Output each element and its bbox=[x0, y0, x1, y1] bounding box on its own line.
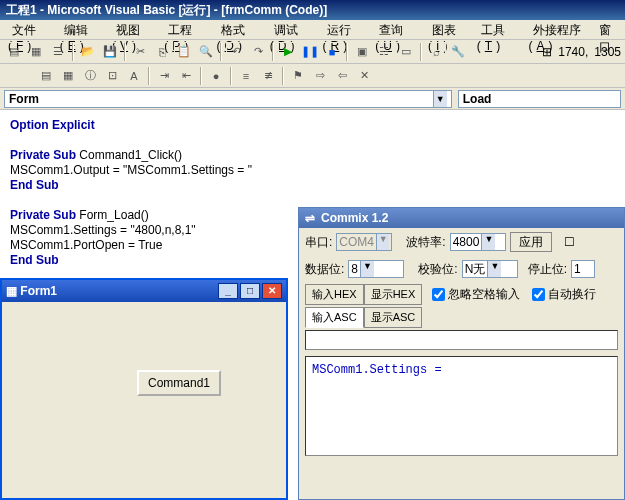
menu-edit[interactable]: 编辑(E) bbox=[56, 22, 106, 37]
menu-file[interactable]: 文件(F) bbox=[4, 22, 54, 37]
menu-project[interactable]: 工程(P) bbox=[160, 22, 210, 37]
end-icon[interactable]: ■ bbox=[322, 42, 342, 62]
apply-button[interactable]: 应用 bbox=[510, 232, 552, 252]
menu-bar: 文件(F) 编辑(E) 视图(V) 工程(P) 格式(O) 调试(D) 运行(R… bbox=[0, 20, 625, 40]
additem-icon[interactable]: ▦ bbox=[26, 42, 46, 62]
object-combo[interactable]: Form ▼ bbox=[4, 90, 452, 108]
baud-combo[interactable]: 4800 ▼ bbox=[450, 233, 506, 251]
paste-icon[interactable]: 📋 bbox=[174, 42, 194, 62]
copy-icon[interactable]: ⎘ bbox=[152, 42, 172, 62]
form-layout-icon[interactable]: ▭ bbox=[396, 42, 416, 62]
terminal-output[interactable]: MSComm1.Settings = bbox=[305, 356, 618, 456]
code-nav-row: Form ▼ Load bbox=[0, 88, 625, 110]
toolbox-icon[interactable]: 🔧 bbox=[448, 42, 468, 62]
next-bookmark-icon[interactable]: ⇨ bbox=[310, 66, 330, 86]
baud-value: 4800 bbox=[453, 235, 480, 249]
find-icon[interactable]: 🔍 bbox=[196, 42, 216, 62]
menu-view[interactable]: 视图(V) bbox=[108, 22, 158, 37]
object-browser-icon[interactable]: ⌕ bbox=[426, 42, 446, 62]
commix-titlebar[interactable]: ⇌ Commix 1.2 bbox=[299, 208, 624, 228]
parameter-info-icon[interactable]: ⊡ bbox=[102, 66, 122, 86]
input-area[interactable] bbox=[305, 330, 618, 350]
chevron-down-icon: ▼ bbox=[481, 234, 495, 250]
databits-label: 数据位: bbox=[305, 261, 344, 278]
edit-toolbar: ▤ ▦ ⓘ ⊡ A ⇥ ⇤ ● ≡ ≢ ⚑ ⇨ ⇦ ✕ bbox=[0, 64, 625, 88]
addproject-icon[interactable]: ▤ bbox=[4, 42, 24, 62]
outdent-icon[interactable]: ⇤ bbox=[176, 66, 196, 86]
command1-button[interactable]: Command1 bbox=[137, 370, 221, 396]
menu-debug[interactable]: 调试(D) bbox=[266, 22, 317, 37]
tab-display-asc[interactable]: 显示ASC bbox=[364, 307, 423, 328]
uncomment-icon[interactable]: ≢ bbox=[258, 66, 278, 86]
menu-query[interactable]: 查询(U) bbox=[371, 22, 422, 37]
form1-titlebar[interactable]: ▦ Form1 _ □ ✕ bbox=[2, 280, 286, 302]
procedure-combo[interactable]: Load bbox=[458, 90, 621, 108]
tab-input-hex[interactable]: 输入HEX bbox=[305, 284, 364, 305]
bookmark-icon[interactable]: ⚑ bbox=[288, 66, 308, 86]
close-button[interactable]: ✕ bbox=[262, 283, 282, 299]
comment-icon[interactable]: ≡ bbox=[236, 66, 256, 86]
list-constants-icon[interactable]: ▦ bbox=[58, 66, 78, 86]
properties-icon[interactable]: ☷ bbox=[374, 42, 394, 62]
ignore-space-checkbox[interactable]: 忽略空格输入 bbox=[432, 286, 520, 303]
code-line: End Sub bbox=[10, 253, 59, 267]
serial-icon: ⇌ bbox=[305, 211, 315, 225]
prev-bookmark-icon[interactable]: ⇦ bbox=[332, 66, 352, 86]
menu-addins[interactable]: 外接程序(A) bbox=[525, 22, 593, 37]
chevron-down-icon: ▼ bbox=[487, 261, 501, 277]
port-combo[interactable]: COM4 ▼ bbox=[336, 233, 392, 251]
breakpoint-icon[interactable]: ● bbox=[206, 66, 226, 86]
menu-run[interactable]: 运行(R) bbox=[319, 22, 370, 37]
separator bbox=[220, 43, 222, 61]
checkbox-partial[interactable]: ☐ bbox=[564, 235, 575, 249]
databits-value: 8 bbox=[351, 262, 358, 276]
undo-icon[interactable]: ↶ bbox=[226, 42, 246, 62]
menu-tools[interactable]: 工具(T) bbox=[473, 22, 523, 37]
form1-title: Form1 bbox=[20, 284, 57, 298]
code-line: Command1_Click() bbox=[76, 148, 182, 162]
project-explorer-icon[interactable]: ▣ bbox=[352, 42, 372, 62]
main-titlebar: 工程1 - Microsoft Visual Basic [运行] - [frm… bbox=[0, 0, 625, 20]
separator bbox=[148, 67, 150, 85]
open-icon[interactable]: 📂 bbox=[78, 42, 98, 62]
code-line: Form_Load() bbox=[76, 208, 149, 222]
maximize-button[interactable]: □ bbox=[240, 283, 260, 299]
menu-window[interactable]: 窗口 bbox=[595, 22, 621, 37]
tab-input-asc[interactable]: 输入ASC bbox=[305, 307, 364, 328]
auto-wrap-checkbox[interactable]: 自动换行 bbox=[532, 286, 596, 303]
separator bbox=[346, 43, 348, 61]
stopbits-value: 1 bbox=[574, 262, 581, 276]
parity-label: 校验位: bbox=[418, 261, 457, 278]
save-icon[interactable]: 💾 bbox=[100, 42, 120, 62]
procedure-combo-value: Load bbox=[463, 91, 492, 107]
col-indicator: 1305 bbox=[594, 45, 621, 59]
tab-display-hex[interactable]: 显示HEX bbox=[364, 284, 423, 305]
menu-chart[interactable]: 图表(I) bbox=[424, 22, 471, 37]
menu-format[interactable]: 格式(O) bbox=[213, 22, 264, 37]
parity-combo[interactable]: N无 ▼ bbox=[462, 260, 518, 278]
separator bbox=[282, 67, 284, 85]
start-icon[interactable]: ▶ bbox=[278, 42, 298, 62]
separator bbox=[124, 43, 126, 61]
commix-window[interactable]: ⇌ Commix 1.2 串口: COM4 ▼ 波特率: 4800 ▼ 应用 ☐… bbox=[298, 207, 625, 500]
cut-icon[interactable]: ✂ bbox=[130, 42, 150, 62]
separator bbox=[272, 43, 274, 61]
commix-title: Commix 1.2 bbox=[321, 211, 388, 225]
code-line: Private Sub bbox=[10, 208, 76, 222]
minimize-button[interactable]: _ bbox=[218, 283, 238, 299]
indent-icon[interactable]: ⇥ bbox=[154, 66, 174, 86]
break-icon[interactable]: ❚❚ bbox=[300, 42, 320, 62]
ruler-icon: ⊞ bbox=[542, 45, 552, 59]
stopbits-combo[interactable]: 1 bbox=[571, 260, 595, 278]
complete-word-icon[interactable]: A bbox=[124, 66, 144, 86]
form1-window[interactable]: ▦ Form1 _ □ ✕ Command1 bbox=[0, 278, 288, 500]
separator bbox=[420, 43, 422, 61]
separator bbox=[72, 43, 74, 61]
redo-icon[interactable]: ↷ bbox=[248, 42, 268, 62]
code-line: Private Sub bbox=[10, 148, 76, 162]
list-properties-icon[interactable]: ▤ bbox=[36, 66, 56, 86]
databits-combo[interactable]: 8 ▼ bbox=[348, 260, 404, 278]
quick-info-icon[interactable]: ⓘ bbox=[80, 66, 100, 86]
menueditor-icon[interactable]: ☰ bbox=[48, 42, 68, 62]
clear-bookmarks-icon[interactable]: ✕ bbox=[354, 66, 374, 86]
